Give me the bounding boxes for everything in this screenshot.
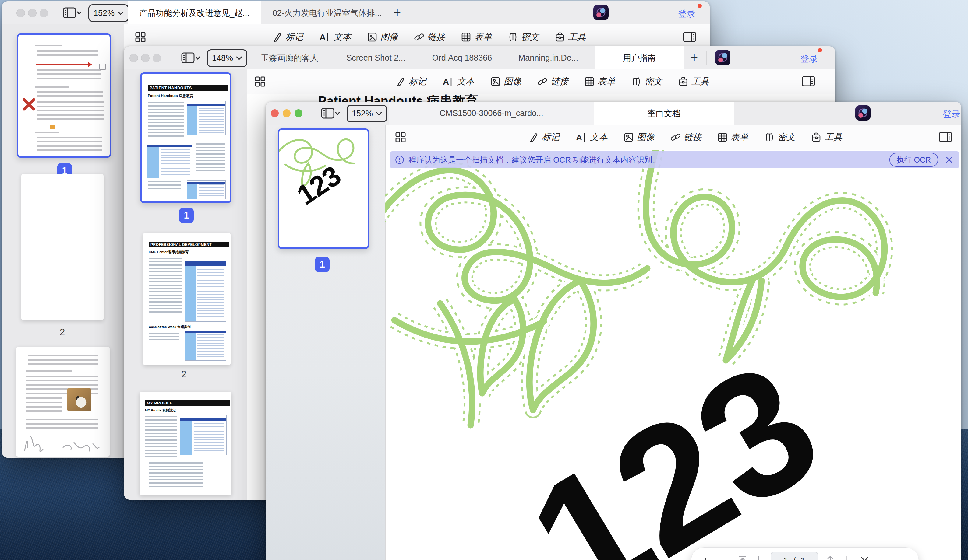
zoom-level-dropdown[interactable]: 148% [207,49,247,67]
thumbnail-sidebar: 1 2 [2,24,124,458]
zoom-level-dropdown[interactable]: 152% [88,4,129,22]
tab-blank-document[interactable]: 空白文档 [594,102,734,125]
notification-dot [818,48,822,52]
maximize-window-icon[interactable] [40,9,48,17]
right-panel-toggle-icon[interactable] [683,31,696,42]
tool-image[interactable]: 图像 [367,31,398,43]
mini-screenshot [147,142,192,178]
account-avatar[interactable] [593,5,608,20]
tool-markup[interactable]: 标记 [529,131,560,143]
tool-form[interactable]: 表单 [717,131,748,143]
close-window-icon[interactable] [17,9,25,17]
tab-label: 02-火力发电行业温室气体排... [273,8,382,18]
login-link[interactable]: 登录 [800,53,818,65]
close-window-icon[interactable] [129,54,138,63]
page-thumbnail-1[interactable]: 123 [278,129,369,249]
sidebar-toggle-icon[interactable] [63,7,82,19]
tab-document-3[interactable]: Ord.Acq 188366 [419,46,505,70]
mini-screenshot [187,180,226,199]
document-canvas[interactable]: 123 程序认为这是一个扫描文档，建议您开启 OCR 功能进行文本内容识别。 执… [385,125,961,560]
sidebar-toggle-icon[interactable] [181,52,200,64]
cat-photo [67,388,91,411]
svg-text:A: A [320,33,326,42]
tool-redact[interactable]: 密文 [631,76,662,88]
tab-label: 产品功能分析及改进意见_赵... [139,8,249,18]
login-link[interactable]: 登录 [943,108,960,121]
new-tab-button[interactable]: + [645,107,657,119]
run-ocr-button[interactable]: 执行 OCR [889,153,938,167]
account-avatar[interactable] [855,105,870,121]
ocr-message: 程序认为这是一个扫描文档，建议您开启 OCR 功能进行文本内容识别。 [408,155,660,165]
thumbnails-grid-icon[interactable] [135,31,146,43]
close-navigation-icon[interactable] [859,555,870,560]
page-number-label: 2 [60,327,65,338]
thumbnails-grid-icon[interactable] [255,76,265,87]
tool-markup[interactable]: 标记 [395,76,426,88]
tab-document-1[interactable]: CMS1500-30066-m_cardo... [389,102,594,125]
new-tab-button[interactable]: + [688,52,700,64]
maximize-window-icon[interactable] [295,109,302,117]
tool-text[interactable]: A文本 [319,31,351,43]
tab-document-2[interactable]: 02-火力发电行业温室气体排... [261,1,393,25]
tool-form[interactable]: 表单 [584,76,615,88]
page-thumbnail-1[interactable]: PATIENT HANDOUTS Patient Handouts 病患教育 [140,73,232,203]
last-page-icon[interactable] [751,555,766,560]
page-thumbnail-1[interactable] [17,33,111,158]
page-thumbnail-2[interactable]: PROFESSIONAL DEVELOPMENT CME Center 醫學持續… [143,233,230,365]
window-front-pdf: 152% CMS1500-30066-m_cardo... 空白文档 + 登录 [265,102,961,560]
tool-text[interactable]: A文本 [442,76,474,88]
minimize-window-icon[interactable] [28,9,36,17]
account-avatar[interactable] [715,50,730,65]
tool-text[interactable]: A文本 [575,131,608,143]
sidebar-toggle-icon[interactable] [321,107,340,119]
thumb-section-header: PROFESSIONAL DEVELOPMENT [149,242,229,248]
zoom-out-button[interactable]: − [714,554,729,560]
tool-image[interactable]: 图像 [491,76,522,88]
tool-redact[interactable]: 密文 [764,131,795,143]
new-tab-button[interactable]: + [391,7,403,19]
titlebar: 148% 玉森画廊的客人 Screen Shot 2... Ord.Acq 18… [124,46,835,70]
first-page-icon[interactable] [735,555,751,560]
tool-tools[interactable]: 工具 [678,76,709,88]
zoom-level-dropdown[interactable]: 152% [346,105,387,122]
svg-text:A: A [443,77,449,86]
page-indicator[interactable]: 1 / 1 [771,552,818,560]
toolbar: 标记 A文本 图像 链接 表单 密文 工具 [385,125,961,150]
tool-link[interactable]: 链接 [670,131,701,143]
right-panel-toggle-icon[interactable] [802,76,815,86]
page-thumbnail-3[interactable] [16,347,109,456]
thumbnail-sidebar: PATIENT HANDOUTS Patient Handouts 病患教育 1… [124,69,247,500]
chevron-down-icon [236,56,242,60]
minimize-window-icon[interactable] [141,54,149,63]
zoom-in-button[interactable]: + [698,554,714,560]
tab-document-2[interactable]: Screen Shot 2... [333,46,419,70]
tool-image[interactable]: 图像 [623,131,655,143]
tab-user-guide[interactable]: 用户指南 [595,46,684,70]
previous-page-icon[interactable] [822,555,838,560]
right-panel-toggle-icon[interactable] [939,132,952,142]
tool-redact[interactable]: 密文 [508,31,539,43]
thumbnails-grid-icon[interactable] [395,132,406,143]
thumb-section-header: MY PROFILE [145,400,230,406]
thumbnail-sidebar: 123 1 [265,125,386,560]
next-page-icon[interactable] [838,555,854,560]
maximize-window-icon[interactable] [152,54,161,63]
tool-tools[interactable]: 工具 [555,31,586,43]
zoom-level-value: 152% [93,8,114,18]
page-thumbnail-3[interactable]: MY PROFILE MY Profile 我的設定 [139,392,232,495]
tab-document-1[interactable]: 产品功能分析及改进意见_赵... [128,1,261,25]
tool-form[interactable]: 表单 [461,31,492,43]
tool-link[interactable]: 链接 [537,76,569,88]
signature-strokes [20,431,106,456]
login-link[interactable]: 登录 [678,8,695,20]
tab-document-1[interactable]: 玉森画廊的客人 [246,46,333,70]
tool-tools[interactable]: 工具 [811,131,842,143]
tool-markup[interactable]: 标记 [272,31,303,43]
close-icon[interactable] [945,156,953,164]
minimize-window-icon[interactable] [283,109,290,117]
close-window-icon[interactable] [271,109,279,117]
tab-document-4[interactable]: Manning.in.De... [506,46,591,70]
page-thumbnail-2[interactable] [22,174,104,320]
tool-link[interactable]: 链接 [414,31,445,43]
note-annotation-icon [99,64,106,70]
